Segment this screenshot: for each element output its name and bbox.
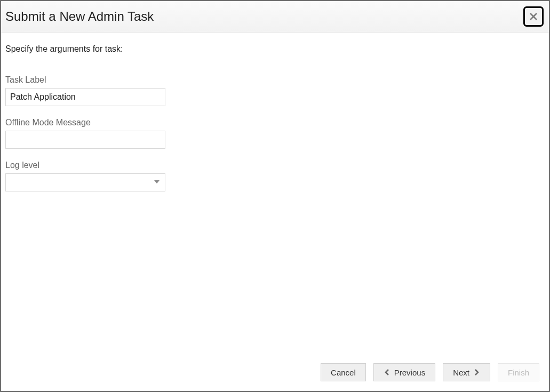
task-label-group: Task Label bbox=[5, 75, 545, 106]
cancel-button[interactable]: Cancel bbox=[321, 363, 366, 381]
next-button[interactable]: Next bbox=[443, 363, 490, 381]
dialog-title: Submit a New Admin Task bbox=[5, 9, 154, 24]
close-button[interactable] bbox=[523, 6, 544, 27]
chevron-left-icon bbox=[384, 369, 391, 376]
instruction-text: Specify the arguments for task: bbox=[5, 44, 545, 54]
task-label-label: Task Label bbox=[5, 75, 545, 85]
cancel-button-label: Cancel bbox=[331, 368, 356, 377]
dialog-body: Specify the arguments for task: Task Lab… bbox=[1, 33, 549, 357]
chevron-right-icon bbox=[473, 369, 480, 376]
finish-button: Finish bbox=[498, 363, 539, 381]
next-button-label: Next bbox=[453, 368, 469, 377]
finish-button-label: Finish bbox=[508, 368, 529, 377]
task-label-input[interactable] bbox=[5, 88, 165, 106]
offline-mode-message-group: Offline Mode Message bbox=[5, 118, 545, 149]
offline-mode-message-input[interactable] bbox=[5, 131, 165, 149]
previous-button-label: Previous bbox=[394, 368, 425, 377]
log-level-label: Log level bbox=[5, 161, 545, 170]
dialog-header: Submit a New Admin Task bbox=[1, 1, 549, 33]
log-level-group: Log level bbox=[5, 161, 545, 191]
close-icon bbox=[529, 12, 538, 21]
offline-mode-message-label: Offline Mode Message bbox=[5, 118, 545, 127]
dialog-footer: Cancel Previous Next Finish bbox=[1, 357, 549, 391]
log-level-select[interactable] bbox=[5, 173, 165, 191]
previous-button[interactable]: Previous bbox=[373, 363, 435, 381]
